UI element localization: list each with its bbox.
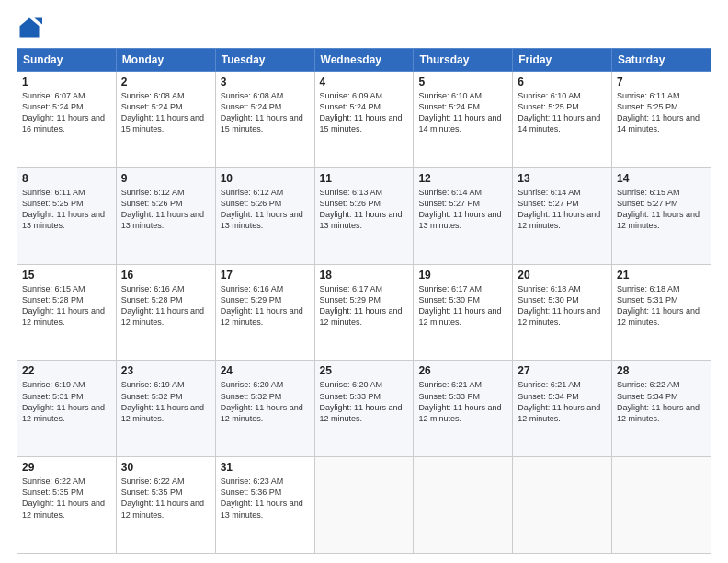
day-info: Sunrise: 6:10 AM Sunset: 5:24 PM Dayligh… (418, 90, 507, 135)
day-info: Sunrise: 6:15 AM Sunset: 5:27 PM Dayligh… (617, 187, 706, 232)
day-info: Sunrise: 6:17 AM Sunset: 5:30 PM Dayligh… (418, 283, 507, 328)
table-row: 17 Sunrise: 6:16 AM Sunset: 5:29 PM Dayl… (215, 264, 314, 361)
day-info: Sunrise: 6:11 AM Sunset: 5:25 PM Dayligh… (617, 90, 706, 135)
day-number: 1 (22, 75, 111, 88)
table-row: 14 Sunrise: 6:15 AM Sunset: 5:27 PM Dayl… (612, 167, 711, 264)
day-number: 7 (617, 75, 706, 88)
table-row: 29 Sunrise: 6:22 AM Sunset: 5:35 PM Dayl… (17, 457, 117, 554)
day-number: 27 (518, 364, 607, 377)
day-info: Sunrise: 6:22 AM Sunset: 5:34 PM Dayligh… (617, 379, 706, 424)
day-info: Sunrise: 6:20 AM Sunset: 5:33 PM Dayligh… (320, 379, 409, 424)
table-row: 15 Sunrise: 6:15 AM Sunset: 5:28 PM Dayl… (17, 264, 117, 361)
table-row: 3 Sunrise: 6:08 AM Sunset: 5:24 PM Dayli… (215, 72, 314, 168)
day-number: 8 (22, 172, 111, 185)
table-row: 11 Sunrise: 6:13 AM Sunset: 5:26 PM Dayl… (314, 167, 414, 264)
table-row: 13 Sunrise: 6:14 AM Sunset: 5:27 PM Dayl… (513, 167, 612, 264)
day-number: 2 (121, 75, 210, 88)
day-info: Sunrise: 6:21 AM Sunset: 5:33 PM Dayligh… (418, 379, 507, 424)
table-row: 7 Sunrise: 6:11 AM Sunset: 5:25 PM Dayli… (612, 72, 711, 168)
day-info: Sunrise: 6:17 AM Sunset: 5:29 PM Dayligh… (320, 283, 409, 328)
day-number: 5 (418, 75, 507, 88)
page: Sunday Monday Tuesday Wednesday Thursday… (0, 0, 728, 563)
table-row: 4 Sunrise: 6:09 AM Sunset: 5:24 PM Dayli… (314, 72, 414, 168)
calendar-week-row: 22 Sunrise: 6:19 AM Sunset: 5:31 PM Dayl… (17, 361, 711, 457)
day-number: 14 (617, 172, 706, 185)
day-number: 16 (121, 269, 210, 282)
day-number: 25 (320, 364, 409, 377)
day-info: Sunrise: 6:22 AM Sunset: 5:35 PM Dayligh… (22, 476, 111, 521)
day-info: Sunrise: 6:21 AM Sunset: 5:34 PM Dayligh… (518, 379, 607, 424)
day-info: Sunrise: 6:22 AM Sunset: 5:35 PM Dayligh… (121, 476, 210, 521)
table-row: 28 Sunrise: 6:22 AM Sunset: 5:34 PM Dayl… (612, 361, 711, 457)
table-row: 20 Sunrise: 6:18 AM Sunset: 5:30 PM Dayl… (513, 264, 612, 361)
table-row: 30 Sunrise: 6:22 AM Sunset: 5:35 PM Dayl… (116, 457, 215, 554)
table-row: 5 Sunrise: 6:10 AM Sunset: 5:24 PM Dayli… (414, 72, 513, 168)
table-row: 12 Sunrise: 6:14 AM Sunset: 5:27 PM Dayl… (414, 167, 513, 264)
day-info: Sunrise: 6:18 AM Sunset: 5:30 PM Dayligh… (518, 283, 607, 328)
day-info: Sunrise: 6:08 AM Sunset: 5:24 PM Dayligh… (121, 90, 210, 135)
day-number: 12 (418, 172, 507, 185)
day-info: Sunrise: 6:14 AM Sunset: 5:27 PM Dayligh… (518, 187, 607, 232)
day-number: 29 (22, 461, 111, 474)
table-row: 25 Sunrise: 6:20 AM Sunset: 5:33 PM Dayl… (314, 361, 414, 457)
day-number: 15 (22, 269, 111, 282)
day-info: Sunrise: 6:09 AM Sunset: 5:24 PM Dayligh… (320, 90, 409, 135)
day-info: Sunrise: 6:23 AM Sunset: 5:36 PM Dayligh… (221, 476, 310, 521)
calendar-table: Sunday Monday Tuesday Wednesday Thursday… (17, 48, 711, 554)
day-info: Sunrise: 6:15 AM Sunset: 5:28 PM Dayligh… (22, 283, 111, 328)
day-info: Sunrise: 6:18 AM Sunset: 5:31 PM Dayligh… (617, 283, 706, 328)
day-number: 9 (121, 172, 210, 185)
day-number: 21 (617, 269, 706, 282)
calendar-week-row: 1 Sunrise: 6:07 AM Sunset: 5:24 PM Dayli… (17, 72, 711, 168)
table-row: 21 Sunrise: 6:18 AM Sunset: 5:31 PM Dayl… (612, 264, 711, 361)
table-row: 19 Sunrise: 6:17 AM Sunset: 5:30 PM Dayl… (414, 264, 513, 361)
calendar-week-row: 15 Sunrise: 6:15 AM Sunset: 5:28 PM Dayl… (17, 264, 711, 361)
calendar-header-row: Sunday Monday Tuesday Wednesday Thursday… (17, 49, 711, 72)
day-number: 19 (418, 269, 507, 282)
table-row (513, 457, 612, 554)
col-friday: Friday (513, 49, 612, 72)
table-row: 16 Sunrise: 6:16 AM Sunset: 5:28 PM Dayl… (116, 264, 215, 361)
table-row: 22 Sunrise: 6:19 AM Sunset: 5:31 PM Dayl… (17, 361, 117, 457)
table-row: 26 Sunrise: 6:21 AM Sunset: 5:33 PM Dayl… (414, 361, 513, 457)
table-row: 6 Sunrise: 6:10 AM Sunset: 5:25 PM Dayli… (513, 72, 612, 168)
logo-icon (17, 15, 42, 40)
day-info: Sunrise: 6:19 AM Sunset: 5:32 PM Dayligh… (121, 379, 210, 424)
header (17, 15, 711, 40)
day-number: 20 (518, 269, 607, 282)
day-info: Sunrise: 6:13 AM Sunset: 5:26 PM Dayligh… (320, 187, 409, 232)
col-monday: Monday (116, 49, 215, 72)
table-row: 18 Sunrise: 6:17 AM Sunset: 5:29 PM Dayl… (314, 264, 414, 361)
table-row: 8 Sunrise: 6:11 AM Sunset: 5:25 PM Dayli… (17, 167, 117, 264)
day-info: Sunrise: 6:20 AM Sunset: 5:32 PM Dayligh… (221, 379, 310, 424)
day-number: 10 (221, 172, 310, 185)
table-row: 9 Sunrise: 6:12 AM Sunset: 5:26 PM Dayli… (116, 167, 215, 264)
day-info: Sunrise: 6:07 AM Sunset: 5:24 PM Dayligh… (22, 90, 111, 135)
day-info: Sunrise: 6:08 AM Sunset: 5:24 PM Dayligh… (221, 90, 310, 135)
day-number: 6 (518, 75, 607, 88)
table-row (612, 457, 711, 554)
day-info: Sunrise: 6:14 AM Sunset: 5:27 PM Dayligh… (418, 187, 507, 232)
col-thursday: Thursday (414, 49, 513, 72)
table-row: 10 Sunrise: 6:12 AM Sunset: 5:26 PM Dayl… (215, 167, 314, 264)
table-row: 24 Sunrise: 6:20 AM Sunset: 5:32 PM Dayl… (215, 361, 314, 457)
day-number: 17 (221, 269, 310, 282)
day-number: 28 (617, 364, 706, 377)
svg-marker-0 (20, 18, 40, 38)
day-number: 13 (518, 172, 607, 185)
day-number: 30 (121, 461, 210, 474)
table-row: 31 Sunrise: 6:23 AM Sunset: 5:36 PM Dayl… (215, 457, 314, 554)
col-tuesday: Tuesday (215, 49, 314, 72)
calendar-week-row: 8 Sunrise: 6:11 AM Sunset: 5:25 PM Dayli… (17, 167, 711, 264)
day-info: Sunrise: 6:11 AM Sunset: 5:25 PM Dayligh… (22, 187, 111, 232)
day-info: Sunrise: 6:16 AM Sunset: 5:29 PM Dayligh… (221, 283, 310, 328)
day-info: Sunrise: 6:12 AM Sunset: 5:26 PM Dayligh… (121, 187, 210, 232)
day-number: 23 (121, 364, 210, 377)
day-info: Sunrise: 6:16 AM Sunset: 5:28 PM Dayligh… (121, 283, 210, 328)
day-number: 26 (418, 364, 507, 377)
table-row (414, 457, 513, 554)
day-number: 22 (22, 364, 111, 377)
day-number: 3 (221, 75, 310, 88)
table-row: 23 Sunrise: 6:19 AM Sunset: 5:32 PM Dayl… (116, 361, 215, 457)
table-row: 1 Sunrise: 6:07 AM Sunset: 5:24 PM Dayli… (17, 72, 117, 168)
